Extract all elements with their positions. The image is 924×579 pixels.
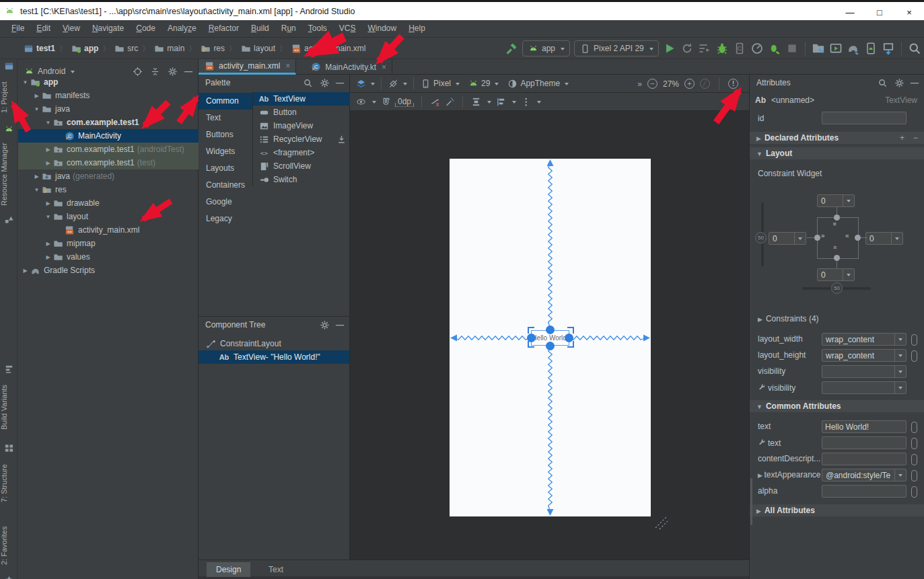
maximize-button[interactable]: □ bbox=[865, 4, 894, 22]
constraint-left-anchor[interactable] bbox=[814, 235, 820, 241]
toolbar-overflow[interactable]: » bbox=[637, 79, 642, 89]
menu-run[interactable]: Run bbox=[275, 20, 302, 37]
pack-icon[interactable] bbox=[470, 96, 481, 107]
clear-constraints-icon[interactable]: x bbox=[429, 96, 440, 107]
download-icon[interactable] bbox=[336, 134, 347, 145]
apply-changes-icon[interactable] bbox=[680, 42, 694, 55]
design-canvas[interactable]: Hello World! bbox=[350, 111, 749, 559]
zoom-fit-icon[interactable]: ⁄ bbox=[700, 79, 710, 89]
close-icon[interactable]: × bbox=[382, 63, 386, 72]
api-level-select[interactable]: 29 bbox=[481, 79, 490, 88]
close-button[interactable]: × bbox=[894, 4, 924, 22]
tree-chevron-icon[interactable]: ▼ bbox=[44, 214, 52, 220]
constraint-anchor-right[interactable] bbox=[565, 334, 573, 342]
tree-chevron-icon[interactable]: ▶ bbox=[44, 254, 52, 260]
tree-item-values[interactable]: ▶values bbox=[18, 250, 199, 264]
palette-category-common[interactable]: Common bbox=[199, 93, 252, 110]
chevron-down-icon[interactable] bbox=[894, 334, 906, 345]
menu-help[interactable]: Help bbox=[402, 20, 431, 37]
horizontal-bias-value[interactable]: 50 bbox=[831, 282, 843, 294]
margin-right-combo[interactable]: 0 bbox=[865, 232, 903, 245]
build-variants-tool-button[interactable]: Build Variants bbox=[0, 377, 17, 437]
palette-item-switch[interactable]: Switch bbox=[253, 173, 351, 186]
hide-panel-icon[interactable]: — bbox=[911, 78, 919, 87]
tree-item-com-example-test1[interactable]: ▶com.example.test1 (androidTest) bbox=[18, 143, 199, 156]
infer-constraints-wand-icon[interactable] bbox=[444, 96, 455, 107]
tree-chevron-icon[interactable]: ▼ bbox=[32, 106, 41, 112]
alpha-flag-toggle[interactable] bbox=[911, 486, 917, 498]
default-margin-field[interactable]: 0dp bbox=[395, 97, 414, 107]
palette-category-legacy[interactable]: Legacy bbox=[199, 210, 252, 227]
device-manager-icon[interactable] bbox=[829, 42, 843, 55]
gear-icon[interactable] bbox=[894, 77, 904, 88]
menu-tools[interactable]: Tools bbox=[302, 20, 333, 37]
close-icon[interactable]: × bbox=[285, 61, 290, 71]
tree-item-manifests[interactable]: ▶manifests bbox=[18, 89, 199, 102]
layout-height-combo[interactable]: wrap_content bbox=[822, 349, 907, 362]
tree-chevron-icon[interactable]: ▶ bbox=[44, 241, 52, 247]
section-layout[interactable]: ▼Layout bbox=[750, 147, 924, 159]
tree-item-drawable[interactable]: ▶drawable bbox=[18, 196, 199, 210]
alpha-input[interactable] bbox=[822, 487, 906, 496]
menu-code[interactable]: Code bbox=[130, 20, 162, 37]
text-input[interactable] bbox=[822, 422, 906, 432]
visibility-combo[interactable] bbox=[822, 365, 907, 378]
palette-item-textview[interactable]: AbTextView bbox=[253, 92, 351, 106]
menu-build[interactable]: Build bbox=[245, 20, 275, 37]
zoom-in-icon[interactable]: + bbox=[684, 79, 695, 89]
menu-window[interactable]: Window bbox=[361, 20, 402, 37]
device-artboard[interactable]: Hello World! bbox=[450, 159, 651, 516]
palette-category-google[interactable]: Google bbox=[199, 194, 252, 210]
autoconnect-magnet-icon[interactable] bbox=[380, 96, 391, 107]
stop-icon[interactable] bbox=[785, 42, 799, 55]
menu-navigate[interactable]: Navigate bbox=[86, 20, 130, 37]
tree-chevron-icon[interactable]: ▼ bbox=[32, 187, 41, 193]
breadcrumb-test1[interactable]: test1 bbox=[23, 43, 55, 54]
favorites-tool-button[interactable]: 2: Favorites bbox=[0, 519, 17, 572]
contentdescript--flag-toggle[interactable] bbox=[911, 454, 917, 465]
palette-category-widgets[interactable]: Widgets bbox=[199, 143, 252, 160]
remove-attribute-icon[interactable]: − bbox=[913, 132, 918, 144]
layout-height-flag-toggle[interactable] bbox=[911, 350, 917, 362]
component-tree-item-textview[interactable]: AbTextView- "Hello World!" bbox=[199, 350, 349, 364]
chevron-down-icon[interactable] bbox=[894, 382, 906, 393]
text-flag-toggle[interactable] bbox=[911, 438, 917, 449]
view-options-eye-icon[interactable] bbox=[355, 96, 366, 107]
avd-manager-icon[interactable] bbox=[864, 42, 878, 55]
align-icon[interactable] bbox=[495, 96, 506, 107]
margin-top-combo[interactable]: 0 bbox=[817, 194, 855, 207]
tab-activity-main-xml[interactable]: <>activity_main.xml× bbox=[199, 59, 296, 75]
tree-item-app[interactable]: ▼app bbox=[18, 75, 199, 89]
menu-refactor[interactable]: Refactor bbox=[203, 20, 245, 37]
project-structure-icon[interactable] bbox=[812, 42, 825, 55]
text-input[interactable] bbox=[822, 438, 906, 448]
artboard-resize-handle[interactable] bbox=[653, 514, 670, 532]
layout-width-flag-toggle[interactable] bbox=[911, 334, 917, 346]
palette-item-button[interactable]: Button bbox=[253, 106, 351, 119]
sdk-manager-icon[interactable] bbox=[882, 42, 895, 55]
tree-item-res[interactable]: ▼res bbox=[18, 183, 199, 196]
section-common-attributes[interactable]: ▼Common Attributes bbox=[750, 400, 924, 412]
component-tree-item-constraintlayout[interactable]: ConstraintLayout bbox=[199, 337, 349, 350]
menu-analyze[interactable]: Analyze bbox=[162, 20, 203, 37]
tree-chevron-icon[interactable]: ▶ bbox=[44, 200, 52, 206]
scrollbar-thumb[interactable] bbox=[750, 478, 752, 525]
project-tool-button[interactable]: 1: Project bbox=[0, 74, 17, 121]
minimize-button[interactable]: — bbox=[835, 4, 865, 22]
breadcrumb-res[interactable]: res bbox=[200, 43, 225, 54]
palette-item--fragment-[interactable]: <><fragment> bbox=[253, 146, 351, 159]
orientation-icon[interactable] bbox=[388, 78, 398, 89]
tree-chevron-icon[interactable]: ▶ bbox=[44, 160, 52, 166]
tree-item-java[interactable]: ▶java (generated) bbox=[18, 169, 199, 183]
warnings-errors-icon[interactable]: ! bbox=[728, 79, 738, 89]
constraint-anchor-bottom[interactable] bbox=[546, 342, 555, 350]
gradle-sync-icon[interactable] bbox=[847, 42, 860, 55]
tree-item-mainactivity[interactable]: CMainActivity bbox=[18, 129, 199, 143]
tree-chevron-icon[interactable]: ▼ bbox=[21, 79, 30, 85]
palette-item-recyclerview[interactable]: RecyclerView bbox=[253, 132, 351, 146]
text-field[interactable] bbox=[822, 420, 907, 433]
breadcrumb-main[interactable]: main bbox=[153, 43, 184, 54]
section-declared-attributes[interactable]: ▶Declared Attributes + − bbox=[750, 132, 924, 144]
textappearance-combo[interactable]: @android:style/Te bbox=[822, 469, 907, 481]
palette-category-layouts[interactable]: Layouts bbox=[199, 160, 252, 177]
